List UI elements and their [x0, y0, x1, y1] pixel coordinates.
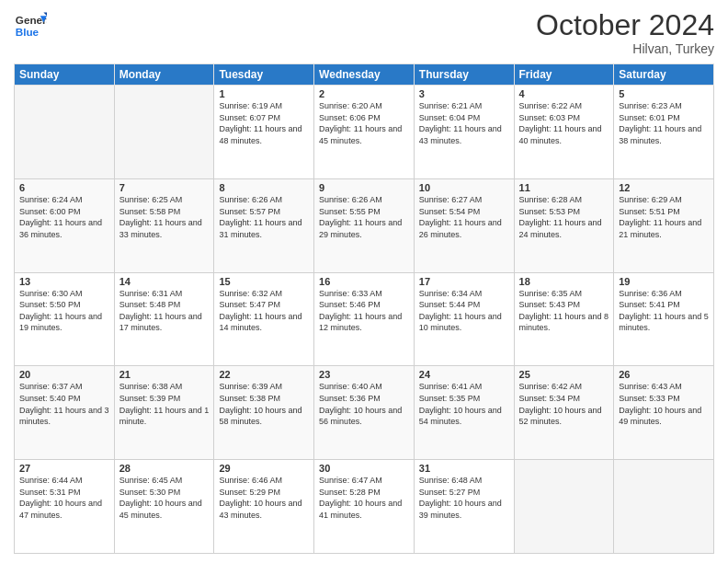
calendar-cell: 30Sunrise: 6:47 AMSunset: 5:28 PMDayligh… — [314, 460, 415, 554]
day-info: Sunrise: 6:26 AMSunset: 5:55 PMDaylight:… — [319, 194, 409, 240]
day-info: Sunrise: 6:26 AMSunset: 5:57 PMDaylight:… — [219, 194, 309, 240]
day-number: 17 — [419, 276, 509, 287]
calendar-week-3: 13Sunrise: 6:30 AMSunset: 5:50 PMDayligh… — [15, 272, 714, 366]
calendar-cell: 1Sunrise: 6:19 AMSunset: 6:07 PMDaylight… — [214, 86, 314, 179]
day-number: 6 — [19, 182, 109, 193]
weekday-header-thursday: Thursday — [414, 64, 514, 86]
day-number: 19 — [619, 276, 709, 287]
calendar-cell — [15, 86, 115, 179]
day-number: 3 — [419, 88, 509, 99]
day-number: 2 — [319, 88, 409, 99]
calendar-week-1: 1Sunrise: 6:19 AMSunset: 6:07 PMDaylight… — [15, 86, 714, 179]
day-number: 13 — [19, 276, 109, 287]
day-info: Sunrise: 6:32 AMSunset: 5:47 PMDaylight:… — [219, 288, 309, 334]
svg-text:General: General — [16, 14, 47, 26]
day-number: 24 — [419, 369, 509, 380]
weekday-header-sunday: Sunday — [15, 64, 115, 86]
day-info: Sunrise: 6:30 AMSunset: 5:50 PMDaylight:… — [19, 288, 109, 334]
day-number: 16 — [319, 276, 409, 287]
day-number: 30 — [319, 463, 409, 474]
day-info: Sunrise: 6:27 AMSunset: 5:54 PMDaylight:… — [419, 194, 509, 240]
day-number: 22 — [219, 369, 309, 380]
day-info: Sunrise: 6:37 AMSunset: 5:40 PMDaylight:… — [19, 381, 109, 427]
day-info: Sunrise: 6:31 AMSunset: 5:48 PMDaylight:… — [119, 288, 210, 334]
day-number: 20 — [19, 369, 109, 380]
calendar-cell: 15Sunrise: 6:32 AMSunset: 5:47 PMDayligh… — [214, 272, 314, 366]
calendar-cell: 27Sunrise: 6:44 AMSunset: 5:31 PMDayligh… — [15, 460, 115, 554]
calendar-cell: 2Sunrise: 6:20 AMSunset: 6:06 PMDaylight… — [314, 86, 415, 179]
day-number: 4 — [519, 88, 609, 99]
weekday-header-row: SundayMondayTuesdayWednesdayThursdayFrid… — [15, 64, 714, 86]
location: Hilvan, Turkey — [536, 41, 714, 56]
day-info: Sunrise: 6:28 AMSunset: 5:53 PMDaylight:… — [519, 194, 609, 240]
svg-text:Blue: Blue — [16, 26, 40, 38]
calendar-body: 1Sunrise: 6:19 AMSunset: 6:07 PMDaylight… — [15, 86, 714, 554]
day-info: Sunrise: 6:20 AMSunset: 6:06 PMDaylight:… — [319, 100, 409, 146]
day-info: Sunrise: 6:34 AMSunset: 5:44 PMDaylight:… — [419, 288, 509, 334]
calendar-week-5: 27Sunrise: 6:44 AMSunset: 5:31 PMDayligh… — [15, 460, 714, 554]
calendar-cell: 18Sunrise: 6:35 AMSunset: 5:43 PMDayligh… — [514, 272, 614, 366]
calendar-cell: 12Sunrise: 6:29 AMSunset: 5:51 PMDayligh… — [614, 178, 714, 272]
calendar-cell: 26Sunrise: 6:43 AMSunset: 5:33 PMDayligh… — [614, 366, 714, 460]
calendar-cell: 8Sunrise: 6:26 AMSunset: 5:57 PMDaylight… — [214, 178, 314, 272]
day-info: Sunrise: 6:38 AMSunset: 5:39 PMDaylight:… — [119, 381, 210, 427]
calendar-cell: 13Sunrise: 6:30 AMSunset: 5:50 PMDayligh… — [15, 272, 115, 366]
calendar-cell: 21Sunrise: 6:38 AMSunset: 5:39 PMDayligh… — [114, 366, 214, 460]
day-number: 10 — [419, 182, 509, 193]
generalblue-logo-icon: General Blue — [14, 9, 47, 42]
day-number: 18 — [519, 276, 609, 287]
header: General Blue October 2024 Hilvan, Turkey — [14, 9, 714, 56]
day-number: 27 — [19, 463, 109, 474]
day-info: Sunrise: 6:39 AMSunset: 5:38 PMDaylight:… — [219, 381, 309, 427]
calendar-cell — [514, 460, 614, 554]
day-info: Sunrise: 6:44 AMSunset: 5:31 PMDaylight:… — [19, 475, 109, 521]
day-number: 15 — [219, 276, 309, 287]
calendar-cell: 22Sunrise: 6:39 AMSunset: 5:38 PMDayligh… — [214, 366, 314, 460]
page: General Blue October 2024 Hilvan, Turkey… — [0, 0, 728, 563]
day-number: 12 — [619, 182, 709, 193]
day-number: 8 — [219, 182, 309, 193]
day-number: 5 — [619, 88, 709, 99]
calendar-week-4: 20Sunrise: 6:37 AMSunset: 5:40 PMDayligh… — [15, 366, 714, 460]
calendar-cell: 16Sunrise: 6:33 AMSunset: 5:46 PMDayligh… — [314, 272, 415, 366]
calendar-cell: 29Sunrise: 6:46 AMSunset: 5:29 PMDayligh… — [214, 460, 314, 554]
calendar-cell: 28Sunrise: 6:45 AMSunset: 5:30 PMDayligh… — [114, 460, 214, 554]
calendar-week-2: 6Sunrise: 6:24 AMSunset: 6:00 PMDaylight… — [15, 178, 714, 272]
weekday-header-saturday: Saturday — [614, 64, 714, 86]
day-number: 7 — [119, 182, 210, 193]
day-info: Sunrise: 6:40 AMSunset: 5:36 PMDaylight:… — [319, 381, 409, 427]
calendar-cell: 14Sunrise: 6:31 AMSunset: 5:48 PMDayligh… — [114, 272, 214, 366]
day-number: 21 — [119, 369, 210, 380]
calendar-cell: 11Sunrise: 6:28 AMSunset: 5:53 PMDayligh… — [514, 178, 614, 272]
day-info: Sunrise: 6:43 AMSunset: 5:33 PMDaylight:… — [619, 381, 709, 427]
day-number: 11 — [519, 182, 609, 193]
calendar-cell: 17Sunrise: 6:34 AMSunset: 5:44 PMDayligh… — [414, 272, 514, 366]
calendar-cell: 31Sunrise: 6:48 AMSunset: 5:27 PMDayligh… — [414, 460, 514, 554]
day-info: Sunrise: 6:42 AMSunset: 5:34 PMDaylight:… — [519, 381, 609, 427]
day-info: Sunrise: 6:19 AMSunset: 6:07 PMDaylight:… — [219, 100, 309, 146]
day-number: 29 — [219, 463, 309, 474]
day-info: Sunrise: 6:29 AMSunset: 5:51 PMDaylight:… — [619, 194, 709, 240]
day-info: Sunrise: 6:25 AMSunset: 5:58 PMDaylight:… — [119, 194, 210, 240]
day-number: 9 — [319, 182, 409, 193]
logo: General Blue — [14, 9, 47, 42]
day-number: 1 — [219, 88, 309, 99]
weekday-header-monday: Monday — [114, 64, 214, 86]
calendar-cell: 25Sunrise: 6:42 AMSunset: 5:34 PMDayligh… — [514, 366, 614, 460]
calendar-header: SundayMondayTuesdayWednesdayThursdayFrid… — [15, 64, 714, 86]
calendar-cell: 9Sunrise: 6:26 AMSunset: 5:55 PMDaylight… — [314, 178, 415, 272]
weekday-header-wednesday: Wednesday — [314, 64, 415, 86]
calendar-cell: 19Sunrise: 6:36 AMSunset: 5:41 PMDayligh… — [614, 272, 714, 366]
day-info: Sunrise: 6:46 AMSunset: 5:29 PMDaylight:… — [219, 475, 309, 521]
day-info: Sunrise: 6:41 AMSunset: 5:35 PMDaylight:… — [419, 381, 509, 427]
calendar-cell: 6Sunrise: 6:24 AMSunset: 6:00 PMDaylight… — [15, 178, 115, 272]
calendar-cell — [614, 460, 714, 554]
calendar-cell: 10Sunrise: 6:27 AMSunset: 5:54 PMDayligh… — [414, 178, 514, 272]
day-info: Sunrise: 6:48 AMSunset: 5:27 PMDaylight:… — [419, 475, 509, 521]
calendar-cell: 4Sunrise: 6:22 AMSunset: 6:03 PMDaylight… — [514, 86, 614, 179]
day-info: Sunrise: 6:35 AMSunset: 5:43 PMDaylight:… — [519, 288, 609, 334]
day-info: Sunrise: 6:47 AMSunset: 5:28 PMDaylight:… — [319, 475, 409, 521]
title-block: October 2024 Hilvan, Turkey — [536, 9, 714, 56]
day-info: Sunrise: 6:24 AMSunset: 6:00 PMDaylight:… — [19, 194, 109, 240]
calendar-cell: 23Sunrise: 6:40 AMSunset: 5:36 PMDayligh… — [314, 366, 415, 460]
